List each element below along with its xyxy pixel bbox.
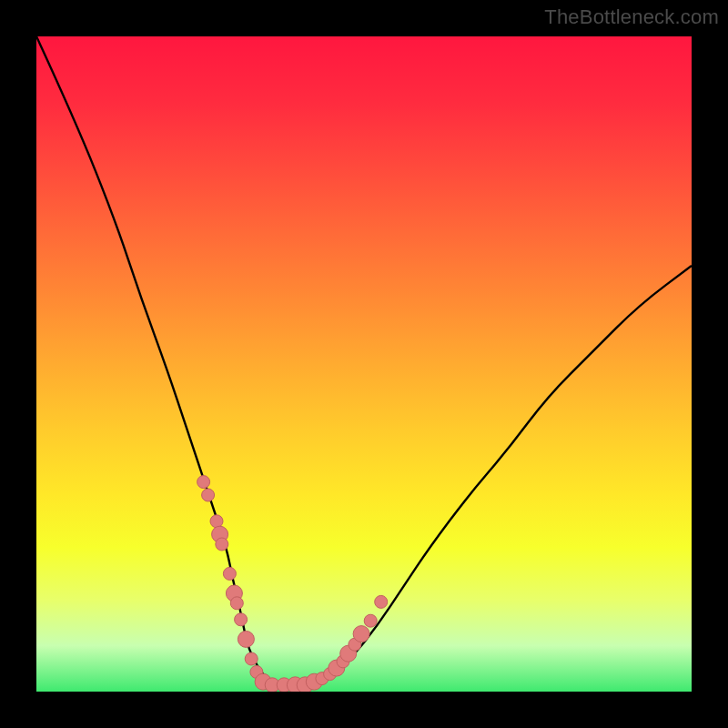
plot-area: [36, 36, 692, 692]
curve-marker: [202, 489, 215, 501]
curve-marker: [210, 515, 223, 528]
curve-marker: [216, 538, 228, 551]
curve-markers: [197, 476, 388, 692]
attribution-label: TheBottleneck.com: [544, 5, 719, 29]
curve-marker: [245, 652, 258, 665]
curve-marker: [235, 613, 248, 626]
curve-marker: [375, 595, 388, 608]
curve-marker: [364, 614, 377, 627]
curve-marker: [197, 476, 210, 489]
curve-marker: [238, 631, 254, 647]
bottleneck-curve-svg: [36, 36, 692, 692]
bottleneck-curve: [36, 36, 692, 685]
curve-marker: [223, 567, 236, 580]
curve-marker: [353, 626, 369, 642]
chart-frame: TheBottleneck.com: [0, 0, 728, 728]
curve-marker: [230, 597, 243, 610]
